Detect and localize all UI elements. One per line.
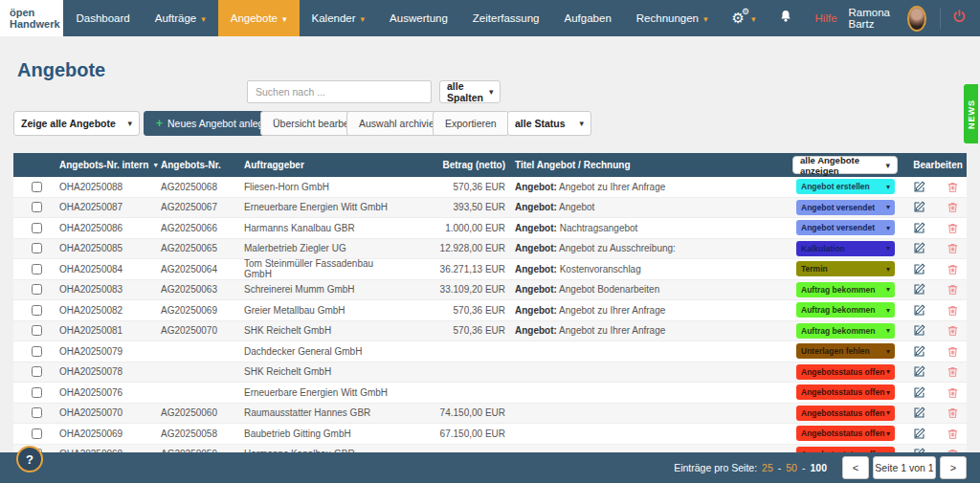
entries-label: Einträge pro Seite: — [674, 462, 757, 473]
row-checkbox[interactable] — [32, 264, 42, 274]
edit-button[interactable] — [913, 428, 925, 440]
row-checkbox[interactable] — [32, 428, 42, 439]
row-checkbox[interactable] — [32, 182, 42, 192]
export-button[interactable]: Exportieren — [433, 111, 509, 136]
row-checkbox[interactable] — [32, 346, 42, 357]
nav-item-rechnungen[interactable]: Rechnungen▾ — [624, 0, 721, 36]
logout-button[interactable] — [952, 10, 980, 28]
row-checkbox[interactable] — [32, 366, 42, 377]
edit-button[interactable] — [913, 304, 925, 317]
edit-button[interactable] — [913, 345, 925, 358]
row-amount: 12.928,00 EUR — [402, 243, 507, 253]
settings-menu-button[interactable]: ⚙⚙ ▾ — [721, 0, 768, 36]
page-size-50[interactable]: 50 — [786, 462, 797, 473]
nav-item-auftr-ge[interactable]: Aufträge▾ — [143, 0, 218, 36]
status-filter-select[interactable]: alle Status ▾ — [507, 111, 591, 136]
row-checkbox-cell — [13, 182, 59, 192]
status-select[interactable]: Auftrag bekommen ▾ — [796, 302, 895, 318]
status-select[interactable]: Angebot erstellen ▾ — [796, 179, 895, 194]
header-nr[interactable]: Angebots-Nr. — [161, 160, 244, 170]
delete-button[interactable] — [947, 181, 959, 193]
user-name[interactable]: Ramona Bartz — [849, 7, 899, 30]
user-avatar[interactable] — [907, 6, 926, 32]
row-nr: AG20250070 — [161, 325, 244, 336]
show-filter-select[interactable]: Zeige alle Angebote ▾ — [13, 111, 140, 136]
status-select[interactable]: Angebot versendet ▾ — [796, 220, 895, 235]
row-actions — [909, 428, 967, 440]
delete-button[interactable] — [947, 365, 959, 378]
header-intern[interactable]: Angebots-Nr. intern ▼ — [59, 160, 161, 170]
delete-button[interactable] — [947, 201, 959, 213]
row-checkbox[interactable] — [32, 284, 42, 295]
status-select[interactable]: Unterlagen fehlen ▾ — [796, 343, 895, 359]
delete-button[interactable] — [947, 263, 959, 275]
nav-item-auswertung[interactable]: Auswertung — [377, 0, 460, 36]
delete-button[interactable] — [947, 345, 959, 358]
nav-item-zeiterfassung[interactable]: Zeiterfassung — [460, 0, 552, 36]
edit-button[interactable] — [913, 222, 925, 234]
nav-item-aufgaben[interactable]: Aufgaben — [552, 0, 624, 36]
delete-button[interactable] — [947, 304, 959, 317]
table-row: OHA20250070 AG20250060 Raumausstatter Ha… — [13, 404, 967, 425]
header-amount[interactable]: Betrag (netto) — [402, 160, 507, 170]
table-row: OHA20250081 AG20250070 SHK Reichelt GmbH… — [13, 321, 967, 342]
help-fab-button[interactable]: ? — [16, 446, 43, 472]
row-checkbox[interactable] — [32, 243, 42, 253]
status-label: Angebot versendet — [801, 223, 875, 232]
header-title[interactable]: Titel Angebot / Rechnung — [507, 160, 796, 170]
status-select[interactable]: Auftrag bekommen ▾ — [796, 282, 895, 297]
header-client[interactable]: Auftraggeber — [244, 160, 402, 170]
status-select[interactable]: Termin ▾ — [796, 261, 895, 276]
delete-button[interactable] — [947, 222, 959, 234]
row-client: Fliesen-Horn GmbH — [244, 182, 402, 192]
next-page-button[interactable]: > — [940, 456, 967, 479]
nav-item-dashboard[interactable]: Dashboard — [63, 0, 142, 36]
edit-button[interactable] — [913, 283, 925, 296]
openhandwerk-logo[interactable]: öpen Handwerk — [0, 0, 63, 36]
edit-button[interactable] — [913, 406, 925, 419]
prev-page-button[interactable]: < — [842, 456, 869, 479]
row-status-cell: Termin ▾ — [796, 261, 909, 276]
edit-button[interactable] — [913, 324, 925, 337]
search-input[interactable] — [247, 80, 432, 103]
delete-button[interactable] — [947, 283, 959, 296]
status-select[interactable]: Angebotsstatus offen ▾ — [796, 426, 895, 441]
status-select[interactable]: Angebotsstatus offen ▾ — [796, 364, 895, 380]
row-nr: AG20250060 — [161, 407, 244, 418]
edit-button[interactable] — [913, 263, 925, 275]
edit-button[interactable] — [913, 242, 925, 254]
news-tab[interactable]: NEWS — [964, 84, 978, 143]
delete-button[interactable] — [947, 428, 959, 440]
help-link[interactable]: Hilfe — [804, 12, 849, 24]
delete-button[interactable] — [947, 242, 959, 254]
delete-button[interactable] — [947, 324, 959, 337]
status-select[interactable]: Kalkulation ▾ — [796, 241, 895, 256]
page-size-100[interactable]: 100 — [810, 462, 827, 473]
row-checkbox[interactable] — [32, 223, 42, 233]
delete-button[interactable] — [947, 386, 959, 399]
edit-button[interactable] — [913, 201, 925, 213]
delete-button[interactable] — [947, 406, 959, 419]
edit-button[interactable] — [913, 181, 925, 193]
offers-display-select[interactable]: alle Angebote anzeigen ▾ — [792, 156, 898, 174]
status-select[interactable]: Angebotsstatus offen ▾ — [796, 384, 895, 400]
nav-item-angebote[interactable]: Angebote▾ — [218, 0, 300, 36]
row-client: SHK Reichelt GmbH — [244, 325, 402, 336]
edit-button[interactable] — [913, 365, 925, 378]
status-select[interactable]: Auftrag bekommen ▾ — [796, 323, 895, 339]
edit-button[interactable] — [913, 386, 925, 399]
page-size-25[interactable]: 25 — [762, 462, 773, 473]
header-edit: Bearbeiten — [909, 160, 967, 170]
status-select[interactable]: Angebotsstatus offen ▾ — [796, 406, 895, 421]
row-checkbox[interactable] — [32, 407, 42, 418]
row-checkbox[interactable] — [32, 305, 42, 316]
status-label: Angebotsstatus offen — [801, 428, 884, 438]
nav-item-kalender[interactable]: Kalender▾ — [300, 0, 378, 36]
row-checkbox[interactable] — [32, 325, 42, 336]
row-checkbox[interactable] — [32, 387, 42, 398]
status-select[interactable]: Angebot versendet ▾ — [796, 200, 895, 215]
columns-select[interactable]: alle Spalten ▾ — [439, 80, 501, 103]
row-checkbox-cell — [13, 243, 59, 253]
row-checkbox[interactable] — [32, 202, 42, 212]
notifications-button[interactable] — [768, 0, 804, 36]
